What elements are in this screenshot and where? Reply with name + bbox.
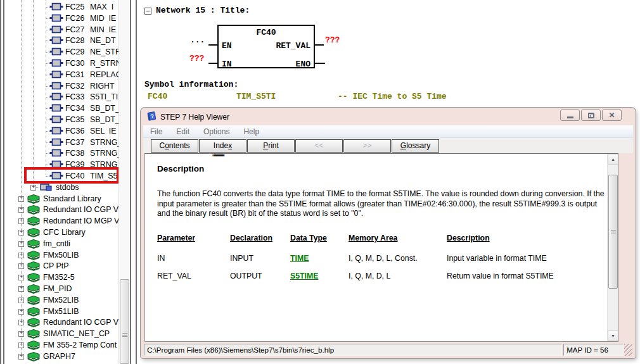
- block-symbol: STRNG_: [90, 149, 118, 158]
- expand-icon[interactable]: +: [18, 298, 24, 303]
- block-symbol: SB_DT_: [90, 104, 118, 113]
- expand-icon[interactable]: +: [18, 286, 24, 292]
- expand-icon[interactable]: +: [18, 331, 24, 337]
- in-operand-placeholder[interactable]: ???: [189, 54, 204, 63]
- expand-icon[interactable]: +: [18, 241, 24, 247]
- expand-icon[interactable]: +: [18, 320, 24, 325]
- tree-row[interactable]: FC29NE_STR: [4, 46, 118, 58]
- expand-icon[interactable]: +: [18, 230, 24, 235]
- function-block-icon: [49, 149, 63, 159]
- tree-row[interactable]: +FM352-5: [4, 272, 118, 283]
- resize-grip-icon[interactable]: [624, 344, 632, 356]
- block-folder-icon: [40, 183, 52, 193]
- tree-row[interactable]: +CFC Library: [4, 227, 118, 238]
- network-collapse-icon[interactable]: [144, 8, 151, 15]
- column-header: Declaration: [230, 234, 290, 242]
- maximize-button[interactable]: [581, 110, 601, 121]
- tree-row[interactable]: +Standard Library: [4, 193, 118, 204]
- expand-icon[interactable]: +: [18, 196, 24, 202]
- block-symbol: STRNG_: [90, 138, 118, 147]
- function-block-icon: [49, 59, 63, 69]
- expand-icon[interactable]: +: [18, 354, 24, 360]
- expand-icon[interactable]: +: [18, 309, 24, 315]
- library-book-icon: [27, 352, 40, 363]
- tree-row[interactable]: +GRAPH7: [4, 351, 118, 362]
- tree-row[interactable]: +CP PtP: [4, 260, 118, 272]
- expand-icon[interactable]: +: [18, 263, 24, 269]
- tree-scrollbar[interactable]: [118, 0, 129, 364]
- toolbar-button-index[interactable]: Index: [199, 139, 246, 153]
- toolbar-button-browse-back[interactable]: <<: [295, 139, 343, 153]
- description-heading: Description: [157, 164, 204, 173]
- expand-icon[interactable]: +: [18, 218, 24, 224]
- block-id: FC27: [65, 25, 84, 34]
- content-scrollbar[interactable]: ▲ ▼: [607, 154, 618, 341]
- tree-row[interactable]: +FMx51LIB: [4, 306, 118, 317]
- block-title: FC40: [219, 28, 314, 37]
- help-content: Description The function FC40 converts t…: [144, 153, 618, 342]
- expand-icon[interactable]: +: [18, 253, 24, 258]
- tree-row[interactable]: +FM 355-2 Temp Cont: [4, 339, 118, 351]
- tree-row[interactable]: FC28NE_DT: [4, 35, 118, 46]
- tree-row[interactable]: +fm_cntli: [4, 238, 118, 249]
- close-button[interactable]: ✕: [602, 110, 622, 121]
- tree-item-label: stdobs: [56, 183, 79, 192]
- expand-icon[interactable]: +: [18, 342, 24, 348]
- window-title: STEP 7 Help Viewer: [160, 113, 229, 122]
- param-table-row: RET_VALOUTPUTS5TIMEI, Q, M, D, LReturn v…: [145, 272, 608, 280]
- expand-icon[interactable]: +: [30, 185, 36, 191]
- toolbar-button-print[interactable]: Print: [247, 139, 295, 153]
- scroll-up-icon[interactable]: ▲: [608, 154, 618, 165]
- tree-row[interactable]: FC33S5TI_TI: [4, 91, 118, 103]
- tree-row[interactable]: FC38STRNG_: [4, 147, 118, 159]
- tree-scrollbar-thumb[interactable]: [120, 279, 129, 364]
- fc40-block[interactable]: FC40 EN RET_VAL IN ENO: [217, 25, 315, 68]
- tree-row[interactable]: +Redundant IO MGP V: [4, 215, 118, 227]
- fc40-highlight-annotation: [24, 167, 118, 184]
- menu-item-help[interactable]: Help: [236, 126, 266, 137]
- close-icon: ✕: [608, 111, 615, 119]
- help-viewer-window: ? STEP 7 Help Viewer ✕ FileEditOptionsHe…: [141, 108, 636, 358]
- tree-row[interactable]: +FMx52LIB: [4, 294, 118, 306]
- data-type-link[interactable]: TIME: [290, 254, 309, 263]
- window-left-border: [0, 0, 4, 364]
- menu-item-edit[interactable]: Edit: [169, 126, 196, 137]
- tree-row[interactable]: FC31REPLAC: [4, 69, 118, 80]
- block-symbol: RIGHT: [90, 82, 115, 91]
- menu-item-options[interactable]: Options: [196, 126, 236, 137]
- pin-in: IN: [222, 60, 232, 69]
- minimize-button[interactable]: [560, 110, 580, 121]
- en-operand[interactable]: ...: [190, 35, 205, 45]
- tree-row[interactable]: FC27MIN IE: [4, 24, 118, 35]
- param-table-header: ParameterDeclarationData TypeMemory Area…: [145, 234, 608, 242]
- tree-row[interactable]: +Redundant IO CGP V4: [4, 204, 118, 215]
- menu-item-file[interactable]: File: [143, 126, 169, 137]
- tree-row[interactable]: FC25MAX I: [4, 1, 118, 13]
- tree-row[interactable]: FC36SEL IE: [4, 125, 118, 137]
- maximize-icon: [588, 113, 594, 118]
- tree-row[interactable]: FC37STRNG_: [4, 137, 118, 148]
- tree-row[interactable]: +Redundant IO CGP V5: [4, 317, 118, 328]
- expand-icon[interactable]: +: [18, 207, 24, 213]
- data-type-link[interactable]: S5TIME: [290, 272, 318, 280]
- tree-row[interactable]: +SIMATIC_NET_CP: [4, 328, 118, 339]
- tree-row[interactable]: FC32RIGHT: [4, 80, 118, 92]
- tree-row[interactable]: FC35SB_DT_: [4, 114, 118, 125]
- scroll-down-icon[interactable]: ▼: [608, 330, 618, 341]
- content-scrollbar-thumb[interactable]: [608, 175, 618, 289]
- tree-row[interactable]: FC30R_STRN: [4, 58, 118, 69]
- toolbar-button-glossary[interactable]: Glossary: [392, 139, 439, 153]
- tree-row[interactable]: FC26MID IE: [4, 13, 118, 24]
- library-name: SIMATIC_NET_CP: [43, 329, 110, 338]
- tree-row[interactable]: FC34SB_DT_: [4, 103, 118, 114]
- tree-row[interactable]: +FM_PID: [4, 283, 118, 294]
- pane-separator[interactable]: [130, 0, 137, 364]
- tree-row[interactable]: +FMx50LIB: [4, 249, 118, 261]
- help-title-bar[interactable]: ? STEP 7 Help Viewer ✕: [141, 108, 636, 125]
- ret-val-operand-placeholder[interactable]: ???: [325, 35, 340, 45]
- function-block-icon: [49, 70, 63, 80]
- toolbar-button-contents[interactable]: Contents: [151, 139, 198, 153]
- expand-icon[interactable]: +: [18, 275, 24, 280]
- toolbar-button-browse-forward[interactable]: >>: [343, 139, 391, 153]
- block-symbol: MAX I: [90, 3, 113, 11]
